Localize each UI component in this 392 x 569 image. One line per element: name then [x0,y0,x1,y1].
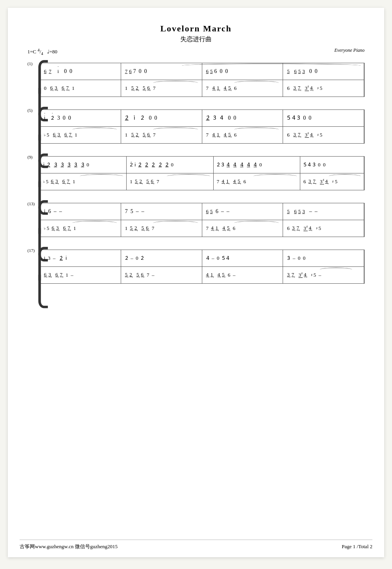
slur-arc [234,81,279,85]
s4-bar4-top: 5 653 – – [283,203,364,220]
s1-bar1-top: 67 i 0 0 [40,63,121,80]
s5-bar1-top: i 3 – 2̇ i̇ [40,250,121,266]
s2-bar1-bot: ♭5 6.3. 6.7. 1 [40,127,121,143]
system-4: (13) ⎧⎩ i 6 – – 7 5 – – 65 6 – – [27,203,365,237]
s2-bar3-bot: 7 4.1. 4.5. 6 [202,127,283,143]
s4-bar3-top: 65 6 – – [202,203,283,220]
footer: 古筝网www.guzhengw.cn 微信号guzheng2015 Page 1… [20,540,372,550]
s4-bar4-bot: 6 3.7. 3♯4. ♯5 [283,220,364,237]
s2-bar3-top: 2̇ 3̇ 4̇ 0 0 [202,110,283,126]
s3-bar2-bot: 1 5.2. 5.6. 7 [127,173,213,190]
title-chinese: 失恋进行曲 [27,35,365,44]
meta-row: 1=C 4/4 ♩=80 Everyone Piano [27,47,365,56]
s5-bar4-top: 3̇ – 0 0 [283,250,364,266]
s2-bar2-top: 2̇ i̇ 2̇ 0 0 [121,110,202,126]
s3-bar1-top: i̇ 2̇ 3̇ 3̇ 3̇ 3̇ 3̇ 0 [40,157,127,173]
s2-bar4-top: 5̇ 4̇ 3̇ 0 0 [283,110,364,126]
s4-bar1-top: i 6 – – [40,203,121,220]
s5-bar4-bot: 3.7. 3♯4. ♯5 – [283,267,364,283]
s4-bar2-bot: 1 5.2. 5.6. 7 [121,220,202,237]
footer-right: Page 1 /Total 2 [342,543,372,550]
page: Lovelorn March 失恋进行曲 1=C 4/4 ♩=80 Everyo… [8,8,384,557]
s1-bar2-top: 767 0 0 [121,63,202,80]
s1-bar3-top: 656 0 0 [202,63,283,80]
slur-arc [153,81,198,85]
s2-bar4-bot: 6 3.7. 3♯4. ♯5 [283,127,364,143]
system-2: (5) ⎧⎩ i̇ 2̇ 3 0 0 2̇ i̇ 2̇ 0 0 2̇ 3̇ 4̇… [27,109,365,144]
s1-bar3-bot: 7 4.1. 4.5. 6 [202,80,283,97]
system-1: (1) ⎧⎩ 67 i 0 0 767 0 0 656 0 0 [27,63,365,97]
s4-bar2-top: 7 5 – – [121,203,202,220]
system-5: (17) ⎧⎩ i 3 – 2̇ i̇ 2̇ – 0 2̇ 4̇ – 0 5̇ … [27,250,365,284]
s1-bar4-top: 5 653 0 0 [283,63,364,80]
system-3: (9) ⎧⎩ i̇ 2̇ 3̇ 3̇ 3̇ 3̇ 3̇ 0 2̇ i̇ 2̇ 2… [27,156,365,190]
s1-bar1-bot: 0 6.3. 6.7. 1 [40,80,121,97]
title-section: Lovelorn March 失恋进行曲 [27,24,365,44]
s5-bar3-top: 4̇ – 0 5̇ 4̇ [202,250,283,266]
s5-bar3-bot: 4.1. 4.5. 6 – [202,267,283,283]
s1-bar2-bot: 1 5.2. 5.6. 7 [121,80,202,97]
s3-bar1-bot: ♭5 6.3. 6.7. 1 [40,173,127,190]
s2-bar1-top: i̇ 2̇ 3 0 0 [40,110,121,126]
s3-bar4-top: 5̇ 4̇ 3̇ 0 0 [300,157,364,173]
s3-bar4-bot: 6 3.7. 3♯4. ♯5 [300,173,364,190]
s3-bar3-top: 2̇ 3̇ 4̇ 4̇ 4̇ 4̇ 4̇ 0 [214,157,300,173]
footer-left: 古筝网www.guzhengw.cn 微信号guzheng2015 [20,543,118,550]
s5-bar1-bot: 6.3. 6.7. 1 – [40,267,121,283]
attribution: Everyone Piano [334,47,365,53]
s2-bar2-bot: 1 5.2. 5.6. 7 [121,127,202,143]
s4-bar3-bot: 7 4.1. 4.5. 6 [202,220,283,237]
s3-bar2-top: 2̇ i̇ 2̇ 2̇ 2̇ 2̇ 2̇ 0 [127,157,213,173]
title-english: Lovelorn March [27,24,365,34]
key-tempo: 1=C 4/4 ♩=80 [27,47,57,56]
s5-bar2-top: 2̇ – 0 2̇ [121,250,202,266]
s4-bar1-bot: ♭5 6.3. 6.7. 1 [40,220,121,237]
s3-bar3-bot: 7 4.1. 4.5. 6 [214,173,300,190]
s5-bar2-bot: 5.2. 5.6. 7 – [121,267,202,283]
s1-bar4-bot: 6 3.7. 3♯4. ♯5 [283,80,364,97]
